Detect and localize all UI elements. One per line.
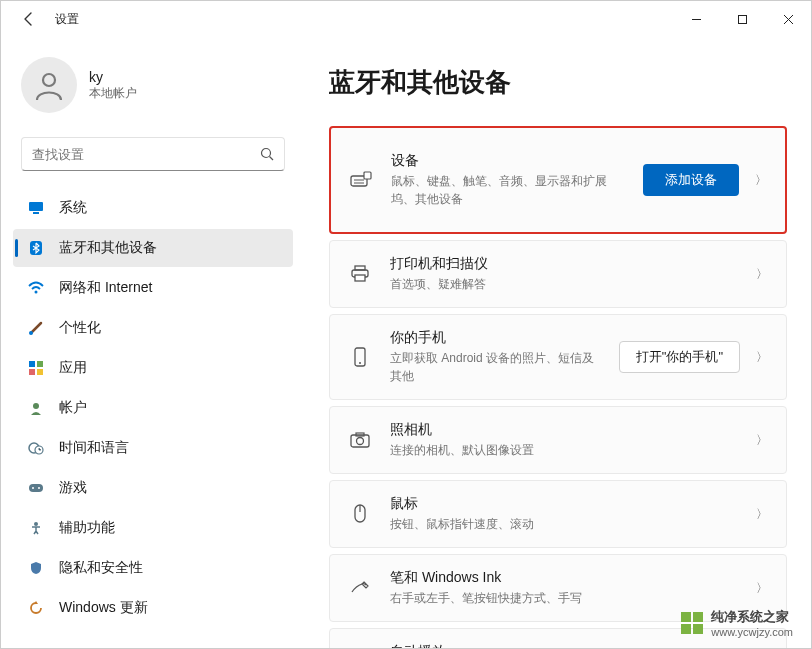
user-texts: ky 本地帐户 bbox=[89, 69, 137, 102]
main-content: 蓝牙和其他设备 设备 鼠标、键盘、触笔、音频、显示器和扩展坞、其他设备 添加设备… bbox=[301, 37, 811, 649]
chevron-right-icon: 〉 bbox=[756, 266, 768, 283]
nav-label: 应用 bbox=[59, 359, 87, 377]
card-printers[interactable]: 打印机和扫描仪 首选项、疑难解答 〉 bbox=[329, 240, 787, 308]
nav-item-network[interactable]: 网络和 Internet bbox=[13, 269, 293, 307]
keyboard-icon bbox=[349, 168, 373, 192]
svg-rect-12 bbox=[29, 369, 35, 375]
minimize-icon bbox=[691, 14, 702, 25]
svg-point-20 bbox=[34, 522, 38, 526]
watermark-logo-icon bbox=[681, 612, 703, 634]
watermark-texts: 纯净系统之家 www.ycwjzy.com bbox=[711, 608, 793, 638]
chevron-right-icon: 〉 bbox=[756, 580, 768, 597]
user-block[interactable]: ky 本地帐户 bbox=[13, 49, 293, 131]
card-subtitle: 按钮、鼠标指针速度、滚动 bbox=[390, 515, 734, 533]
gamepad-icon bbox=[27, 479, 45, 497]
titlebar: 设置 bbox=[1, 1, 811, 37]
chevron-right-icon: 〉 bbox=[756, 432, 768, 449]
nav-label: 蓝牙和其他设备 bbox=[59, 239, 157, 257]
card-phone[interactable]: 你的手机 立即获取 Android 设备的照片、短信及其他 打开"你的手机" 〉 bbox=[329, 314, 787, 400]
nav-item-update[interactable]: Windows 更新 bbox=[13, 589, 293, 627]
watermark: 纯净系统之家 www.ycwjzy.com bbox=[681, 608, 793, 638]
svg-point-3 bbox=[262, 149, 271, 158]
monitor-icon bbox=[27, 199, 45, 217]
card-devices[interactable]: 设备 鼠标、键盘、触笔、音频、显示器和扩展坞、其他设备 添加设备 〉 bbox=[329, 126, 787, 234]
card-title: 你的手机 bbox=[390, 329, 601, 347]
nav-item-bluetooth[interactable]: 蓝牙和其他设备 bbox=[13, 229, 293, 267]
nav-label: 时间和语言 bbox=[59, 439, 129, 457]
card-mouse[interactable]: 鼠标 按钮、鼠标指针速度、滚动 〉 bbox=[329, 480, 787, 548]
svg-rect-11 bbox=[37, 361, 43, 367]
card-action: 添加设备 〉 bbox=[643, 164, 771, 196]
nav-item-timelang[interactable]: 时间和语言 bbox=[13, 429, 293, 467]
nav-item-apps[interactable]: 应用 bbox=[13, 349, 293, 387]
watermark-brand: 纯净系统之家 bbox=[711, 608, 793, 626]
printer-icon bbox=[348, 262, 372, 286]
card-subtitle: 首选项、疑难解答 bbox=[390, 275, 734, 293]
card-subtitle: 连接的相机、默认图像设置 bbox=[390, 441, 734, 459]
nav-item-accessibility[interactable]: 辅助功能 bbox=[13, 509, 293, 547]
back-button[interactable] bbox=[9, 1, 49, 37]
svg-point-18 bbox=[32, 487, 34, 489]
card-subtitle: 立即获取 Android 设备的照片、短信及其他 bbox=[390, 349, 601, 385]
svg-point-31 bbox=[357, 438, 364, 445]
card-texts: 笔和 Windows Ink 右手或左手、笔按钮快捷方式、手写 bbox=[390, 569, 734, 607]
svg-rect-30 bbox=[351, 435, 369, 447]
search-input[interactable] bbox=[32, 147, 260, 162]
card-list: 设备 鼠标、键盘、触笔、音频、显示器和扩展坞、其他设备 添加设备 〉 打印机和扫… bbox=[329, 126, 787, 649]
nav-item-system[interactable]: 系统 bbox=[13, 189, 293, 227]
nav-item-personalization[interactable]: 个性化 bbox=[13, 309, 293, 347]
nav-label: Windows 更新 bbox=[59, 599, 148, 617]
close-button[interactable] bbox=[765, 1, 811, 37]
card-title: 设备 bbox=[391, 152, 625, 170]
nav-item-accounts[interactable]: 帐户 bbox=[13, 389, 293, 427]
bluetooth-icon bbox=[27, 239, 45, 257]
page-title: 蓝牙和其他设备 bbox=[329, 65, 787, 100]
wifi-icon bbox=[27, 279, 45, 297]
sidebar: ky 本地帐户 系统 蓝牙和其他设备 网络和 Internet 个性化 应用 帐… bbox=[1, 37, 301, 649]
nav-item-privacy[interactable]: 隐私和安全性 bbox=[13, 549, 293, 587]
user-subtitle: 本地帐户 bbox=[89, 85, 137, 102]
search-icon bbox=[260, 147, 274, 161]
card-action: 打开"你的手机" 〉 bbox=[619, 341, 772, 373]
card-title: 鼠标 bbox=[390, 495, 734, 513]
nav-label: 游戏 bbox=[59, 479, 87, 497]
maximize-button[interactable] bbox=[719, 1, 765, 37]
phone-icon bbox=[348, 345, 372, 369]
add-device-button[interactable]: 添加设备 bbox=[643, 164, 739, 196]
watermark-url: www.ycwjzy.com bbox=[711, 626, 793, 638]
open-your-phone-button[interactable]: 打开"你的手机" bbox=[619, 341, 740, 373]
person-icon bbox=[32, 68, 66, 102]
card-title: 打印机和扫描仪 bbox=[390, 255, 734, 273]
window-controls bbox=[673, 1, 811, 37]
card-camera[interactable]: 照相机 连接的相机、默认图像设置 〉 bbox=[329, 406, 787, 474]
svg-rect-6 bbox=[33, 212, 39, 214]
maximize-icon bbox=[737, 14, 748, 25]
globe-clock-icon bbox=[27, 439, 45, 457]
avatar bbox=[21, 57, 77, 113]
nav-list: 系统 蓝牙和其他设备 网络和 Internet 个性化 应用 帐户 时间和语言 … bbox=[13, 189, 293, 627]
svg-point-2 bbox=[43, 74, 55, 86]
shield-icon bbox=[27, 559, 45, 577]
svg-point-8 bbox=[35, 291, 38, 294]
card-texts: 照相机 连接的相机、默认图像设置 bbox=[390, 421, 734, 459]
svg-rect-10 bbox=[29, 361, 35, 367]
svg-rect-22 bbox=[364, 172, 371, 179]
nav-item-gaming[interactable]: 游戏 bbox=[13, 469, 293, 507]
update-icon bbox=[27, 599, 45, 617]
svg-rect-13 bbox=[37, 369, 43, 375]
card-texts: 鼠标 按钮、鼠标指针速度、滚动 bbox=[390, 495, 734, 533]
mouse-icon bbox=[348, 502, 372, 526]
nav-label: 个性化 bbox=[59, 319, 101, 337]
nav-label: 系统 bbox=[59, 199, 87, 217]
minimize-button[interactable] bbox=[673, 1, 719, 37]
card-texts: 设备 鼠标、键盘、触笔、音频、显示器和扩展坞、其他设备 bbox=[391, 152, 625, 208]
nav-label: 网络和 Internet bbox=[59, 279, 152, 297]
chevron-right-icon: 〉 bbox=[756, 349, 768, 366]
user-name: ky bbox=[89, 69, 137, 85]
svg-rect-27 bbox=[355, 275, 365, 281]
chevron-right-icon: 〉 bbox=[755, 172, 767, 189]
search-box[interactable] bbox=[21, 137, 285, 171]
svg-point-14 bbox=[33, 403, 39, 409]
chevron-right-icon: 〉 bbox=[756, 506, 768, 523]
svg-point-9 bbox=[29, 331, 33, 335]
